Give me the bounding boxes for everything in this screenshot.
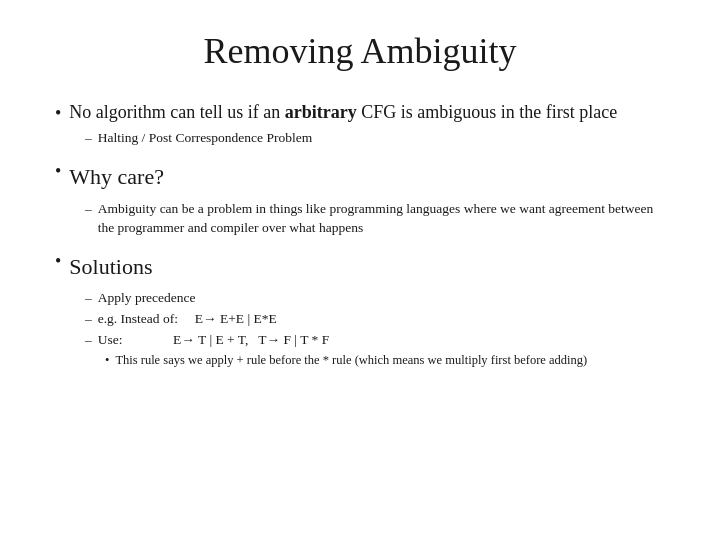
sub-items-1: – Halting / Post Correspondence Problem	[85, 129, 665, 148]
bullet-main-2: • Why care?	[55, 158, 665, 196]
sub-text-2-1: Ambiguity can be a problem in things lik…	[98, 200, 665, 238]
sub-item-3-1: – Apply precedence	[85, 289, 665, 308]
bullet-dot-1: •	[55, 101, 61, 125]
slide-title: Removing Ambiguity	[55, 30, 665, 72]
sub-dash-3-2: –	[85, 310, 92, 329]
slide: Removing Ambiguity • No algorithm can te…	[0, 0, 720, 540]
sub-items-3: – Apply precedence – e.g. Instead of: E→…	[85, 289, 665, 369]
sub-item-3-2: – e.g. Instead of: E→ E+E | E*E	[85, 310, 665, 329]
sub-dash-1-1: –	[85, 129, 92, 148]
bullet-dot-2: •	[55, 159, 61, 183]
bullet-text-2: Why care?	[69, 162, 164, 192]
sub-item-2-1: – Ambiguity can be a problem in things l…	[85, 200, 665, 238]
sub-items-2: – Ambiguity can be a problem in things l…	[85, 200, 665, 238]
bold-arbitrary: arbitrary	[285, 102, 357, 122]
sub-sub-item-3-1: • This rule says we apply + rule before …	[105, 352, 665, 370]
sub-text-3-3: Use: E→ T | E + T, T→ F | T * F	[98, 331, 329, 350]
sub-sub-text-3-1: This rule says we apply + rule before th…	[115, 352, 587, 370]
sub-text-1-1: Halting / Post Correspondence Problem	[98, 129, 312, 148]
sub-text-3-2: e.g. Instead of: E→ E+E | E*E	[98, 310, 277, 329]
bullet-item-3: • Solutions – Apply precedence – e.g. In…	[55, 248, 665, 370]
content-area: • No algorithm can tell us if an arbitra…	[55, 100, 665, 380]
sub-dash-2-1: –	[85, 200, 92, 219]
sub-dash-3-1: –	[85, 289, 92, 308]
sub-sub-dot-3-1: •	[105, 352, 109, 370]
bullet-item-1: • No algorithm can tell us if an arbitra…	[55, 100, 665, 148]
bullet-main-1: • No algorithm can tell us if an arbitra…	[55, 100, 665, 125]
bullet-text-3: Solutions	[69, 252, 152, 282]
sub-item-1-1: – Halting / Post Correspondence Problem	[85, 129, 665, 148]
sub-dash-3-3: –	[85, 331, 92, 350]
sub-item-3-3: – Use: E→ T | E + T, T→ F | T * F	[85, 331, 665, 350]
bullet-item-2: • Why care? – Ambiguity can be a problem…	[55, 158, 665, 237]
bullet-main-3: • Solutions	[55, 248, 665, 286]
bullet-dot-3: •	[55, 249, 61, 273]
sub-text-3-1: Apply precedence	[98, 289, 196, 308]
bullet-text-1: No algorithm can tell us if an arbitrary…	[69, 100, 617, 124]
